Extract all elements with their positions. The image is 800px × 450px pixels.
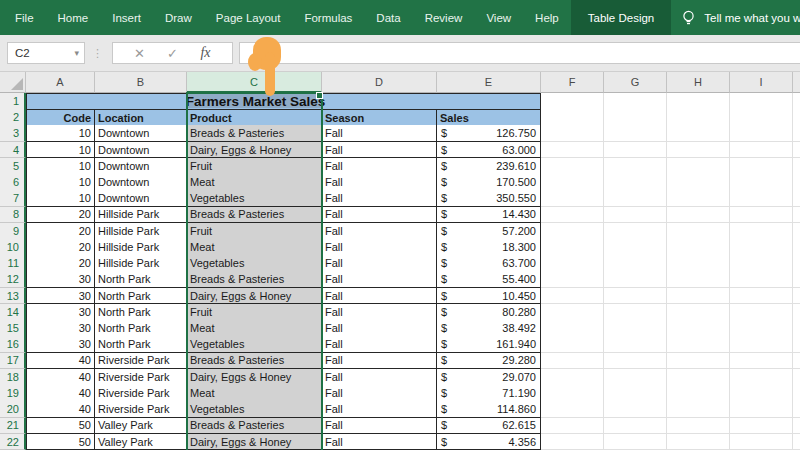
cell-code[interactable]: 10	[26, 125, 95, 142]
cell[interactable]	[541, 142, 604, 159]
row-header-9[interactable]: 9	[0, 223, 26, 240]
cell-sales[interactable]: $62.615	[437, 418, 541, 435]
cell[interactable]	[604, 190, 667, 207]
cell-season[interactable]: Fall	[322, 190, 437, 207]
row-header-4[interactable]: 4	[0, 142, 26, 159]
cell-sales[interactable]: $29.280	[437, 353, 541, 370]
cell[interactable]	[793, 271, 800, 288]
cell-sales[interactable]: $18.300	[437, 239, 541, 256]
cell-product[interactable]: Dairy, Eggs & Honey	[187, 142, 322, 159]
cell-location[interactable]: Valley Park	[95, 434, 187, 450]
cell-location[interactable]: Hillside Park	[95, 239, 187, 256]
cell[interactable]	[541, 255, 604, 272]
cell-sales[interactable]: $170.500	[437, 174, 541, 191]
cell[interactable]	[667, 158, 730, 175]
ribbon-tab-view[interactable]: View	[474, 0, 523, 35]
cell[interactable]	[730, 353, 793, 370]
insert-function-icon[interactable]: fx	[189, 45, 222, 61]
cell-code[interactable]: 10	[26, 142, 95, 159]
cell-code[interactable]: 30	[26, 288, 95, 305]
cell-season[interactable]: Fall	[322, 125, 437, 142]
cell-season[interactable]: Fall	[322, 142, 437, 159]
cell[interactable]	[541, 418, 604, 435]
cell[interactable]	[604, 174, 667, 191]
cell-sales[interactable]: $126.750	[437, 125, 541, 142]
row-header-20[interactable]: 20	[0, 401, 26, 418]
cell[interactable]	[541, 401, 604, 418]
cell[interactable]	[604, 401, 667, 418]
cell-code[interactable]: 30	[26, 304, 95, 321]
cell-season[interactable]: Fall	[322, 418, 437, 435]
cell[interactable]	[730, 434, 793, 450]
cell-code[interactable]: 20	[26, 207, 95, 224]
cell[interactable]	[793, 174, 800, 191]
cell-location[interactable]: Downtown	[95, 158, 187, 175]
ribbon-tab-data[interactable]: Data	[364, 0, 412, 35]
row-header-16[interactable]: 16	[0, 336, 26, 353]
cell[interactable]	[730, 369, 793, 386]
cell-location[interactable]: Riverside Park	[95, 385, 187, 402]
cell[interactable]	[667, 239, 730, 256]
table-header-cell-product[interactable]: Product	[187, 109, 322, 126]
cell-location[interactable]: Hillside Park	[95, 207, 187, 224]
cell-season[interactable]: Fall	[322, 207, 437, 224]
cell[interactable]	[604, 385, 667, 402]
row-header-12[interactable]: 12	[0, 271, 26, 288]
cell-product[interactable]: Breads & Pasteries	[187, 353, 322, 370]
column-header-i[interactable]: I	[730, 72, 793, 93]
cell[interactable]	[793, 288, 800, 305]
cell[interactable]	[541, 93, 604, 110]
cell[interactable]	[667, 109, 730, 126]
cell[interactable]	[793, 142, 800, 159]
row-header-19[interactable]: 19	[0, 385, 26, 402]
cell[interactable]	[604, 207, 667, 224]
row-header-15[interactable]: 15	[0, 320, 26, 337]
cell-product[interactable]: Fruit	[187, 304, 322, 321]
cell[interactable]	[604, 320, 667, 337]
cell[interactable]	[604, 288, 667, 305]
row-header-1[interactable]: 1	[0, 93, 26, 110]
cell-product[interactable]: Vegetables	[187, 190, 322, 207]
cell[interactable]	[667, 142, 730, 159]
cell[interactable]	[730, 207, 793, 224]
cell[interactable]	[793, 93, 800, 110]
cell-season[interactable]: Fall	[322, 434, 437, 450]
cell-location[interactable]: Downtown	[95, 174, 187, 191]
cell-code[interactable]: 20	[26, 239, 95, 256]
column-header-c[interactable]: C	[187, 72, 322, 93]
ribbon-tab-home[interactable]: Home	[46, 0, 101, 35]
cell[interactable]	[541, 288, 604, 305]
row-header-21[interactable]: 21	[0, 418, 26, 435]
cell[interactable]	[793, 223, 800, 240]
cell-sales[interactable]: $63.000	[437, 142, 541, 159]
cell-product[interactable]: Vegetables	[187, 336, 322, 353]
cell[interactable]	[793, 353, 800, 370]
cell[interactable]	[667, 353, 730, 370]
cell[interactable]	[604, 369, 667, 386]
cell-product[interactable]: Breads & Pasteries	[187, 125, 322, 142]
cell[interactable]	[541, 304, 604, 321]
cell-product[interactable]: Meat	[187, 385, 322, 402]
row-header-6[interactable]: 6	[0, 174, 26, 191]
cell-code[interactable]: 40	[26, 401, 95, 418]
enter-icon[interactable]: ✓	[156, 46, 189, 61]
cell[interactable]	[667, 418, 730, 435]
cell-product[interactable]: Fruit	[187, 158, 322, 175]
cell-sales[interactable]: $38.492	[437, 320, 541, 337]
cell-product[interactable]: Vegetables	[187, 401, 322, 418]
cell[interactable]	[541, 109, 604, 126]
cell[interactable]	[793, 158, 800, 175]
cell-season[interactable]: Fall	[322, 158, 437, 175]
cell[interactable]	[793, 336, 800, 353]
ribbon-tab-formulas[interactable]: Formulas	[292, 0, 364, 35]
cell-code[interactable]: 10	[26, 190, 95, 207]
cell[interactable]	[730, 255, 793, 272]
cell[interactable]	[604, 336, 667, 353]
cell-code[interactable]: 30	[26, 271, 95, 288]
cell[interactable]	[667, 385, 730, 402]
row-header-8[interactable]: 8	[0, 207, 26, 224]
cell-product[interactable]: Meat	[187, 239, 322, 256]
cell[interactable]	[604, 434, 667, 450]
cell-season[interactable]: Fall	[322, 353, 437, 370]
cell[interactable]	[604, 223, 667, 240]
